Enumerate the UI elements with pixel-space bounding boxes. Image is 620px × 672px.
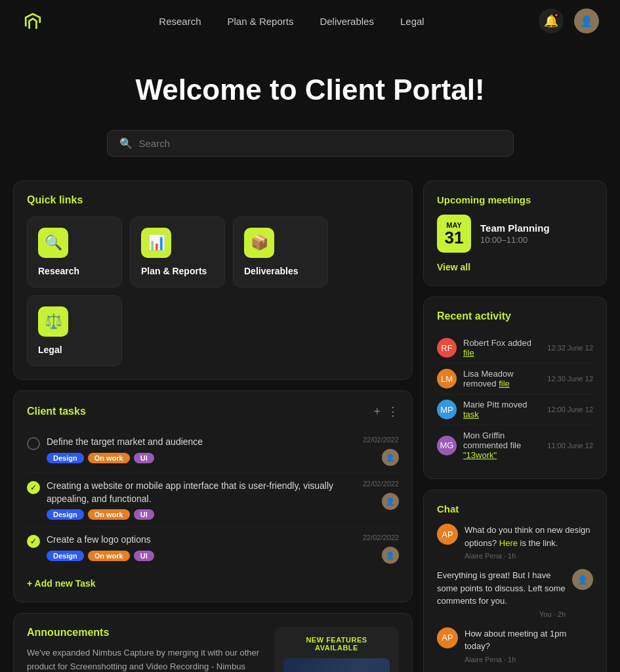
recent-activity-card: Recent activity RF Robert Fox added file… <box>423 297 607 479</box>
chat-card: Chat AP What do you think on new design … <box>423 490 607 672</box>
hero-title: Welcome to Client Portal! <box>13 74 607 106</box>
task-menu-button[interactable]: ⋮ <box>387 404 399 419</box>
task-avatar-3: 👤 <box>382 547 399 564</box>
chat-link-1[interactable]: Here <box>499 538 518 548</box>
add-task-button[interactable]: + Add new Task <box>27 578 96 589</box>
task-text-2: Creating a website or mobile app interfa… <box>47 480 356 505</box>
chat-meta-3: Alaire Pena · 1h <box>465 656 593 663</box>
announcements-left: Announcements We've expanded Nimbus Capt… <box>27 627 261 672</box>
task-body-2: Creating a website or mobile app interfa… <box>47 480 356 520</box>
quick-links-title: Quick links <box>27 194 399 206</box>
tag-design-3: Design <box>47 551 84 561</box>
activity-link-2[interactable]: file <box>499 379 510 388</box>
meeting-date-box: May 31 <box>437 215 471 253</box>
user-avatar-button[interactable]: 👤 <box>574 9 599 33</box>
upcoming-meetings-card: Upcoming meetings May 31 Team Planning 1… <box>423 180 607 286</box>
recent-activity-title: Recent activity <box>437 310 593 322</box>
announcements-title: Announcements <box>27 627 261 639</box>
meeting-item: May 31 Team Planning 10:00–11:00 <box>437 215 593 253</box>
quick-link-plan-reports-label: Plan & Reports <box>141 266 207 276</box>
activity-link-4[interactable]: "13work" <box>463 450 497 460</box>
feature-preview: ▶ <box>283 658 390 672</box>
quick-link-plan-reports[interactable]: 📊 Plan & Reports <box>130 217 225 287</box>
task-date-2: 22/02/2022 <box>363 480 399 488</box>
chat-text-1: What do you think on new design options?… <box>465 524 593 549</box>
chat-text-3: How about meeting at 1pm today? <box>465 627 593 653</box>
activity-item-4: MG Mon Griffin commented file "13work" 1… <box>437 425 593 465</box>
tag-design-2: Design <box>47 509 84 520</box>
chat-text-2: Everything is great! But I have some poi… <box>437 569 566 608</box>
search-icon: 🔍 <box>119 137 133 150</box>
navbar: Research Plan & Reports Deliverables Leg… <box>0 0 620 42</box>
upcoming-meetings-title: Upcoming meetings <box>437 194 593 205</box>
chat-message-1: AP What do you think on new design optio… <box>437 524 593 560</box>
logo[interactable] <box>21 9 45 33</box>
quick-link-legal[interactable]: ⚖️ Legal <box>27 295 122 366</box>
left-column: Quick links 🔍 Research 📊 Plan & Reports … <box>13 180 413 672</box>
hero-section: Welcome to Client Portal! <box>0 42 620 130</box>
announcements-card: Announcements We've expanded Nimbus Capt… <box>13 613 413 672</box>
tag-ui-2: UI <box>134 509 154 520</box>
announcements-text-1: We've expanded Nimbus Capture by merging… <box>27 646 261 672</box>
activity-text-4: Mon Griffin commented file "13work" <box>463 430 541 460</box>
meeting-time: 10:00–11:00 <box>480 235 593 245</box>
right-column: Upcoming meetings May 31 Team Planning 1… <box>423 180 607 672</box>
chat-message-3: AP How about meeting at 1pm today? Alair… <box>437 627 593 663</box>
tag-onwork: On work <box>88 453 130 463</box>
task-checkbox-3[interactable]: ✓ <box>27 535 40 548</box>
activity-link-1[interactable]: file <box>463 348 474 358</box>
task-checkbox-1[interactable] <box>27 437 40 450</box>
nav-legal[interactable]: Legal <box>400 16 424 27</box>
activity-text-3: Marie Pitt moved task <box>463 400 541 419</box>
quick-link-deliverables[interactable]: 📦 Deliverables <box>233 217 328 287</box>
task-item-2: ✓ Creating a website or mobile app inter… <box>27 473 399 527</box>
activity-item-1: RF Robert Fox added file 12:32 June 12 <box>437 333 593 364</box>
tag-onwork-2: On work <box>88 509 130 520</box>
activity-avatar-4: MG <box>437 436 457 455</box>
quick-link-research[interactable]: 🔍 Research <box>27 217 122 287</box>
activity-avatar-3: MP <box>437 400 457 419</box>
task-item-3: ✓ Create a few logo options Design On wo… <box>27 527 399 570</box>
nav-research[interactable]: Research <box>159 16 201 27</box>
activity-avatar-2: LM <box>437 369 457 388</box>
upcoming-view-all[interactable]: View all <box>437 262 593 272</box>
search-container: 🔍 <box>0 130 620 157</box>
quick-link-legal-label: Legal <box>38 345 62 355</box>
tag-design: Design <box>47 453 84 463</box>
main-content: Quick links 🔍 Research 📊 Plan & Reports … <box>0 180 620 672</box>
task-tags-1: Design On work UI <box>47 453 356 463</box>
task-tags-2: Design On work UI <box>47 509 356 520</box>
meeting-name: Team Planning <box>480 222 593 234</box>
search-input[interactable] <box>139 138 501 149</box>
nav-right: 🔔 👤 <box>539 9 599 33</box>
tag-ui-3: UI <box>134 551 154 561</box>
chat-bubble-3: How about meeting at 1pm today? Alaire P… <box>465 627 593 663</box>
task-meta-3: 22/02/2022 👤 <box>363 534 399 564</box>
chat-bubble-1: What do you think on new design options?… <box>465 524 593 560</box>
activity-link-3[interactable]: task <box>463 410 479 419</box>
task-text-3: Create a few logo options <box>47 534 356 547</box>
deliverables-icon: 📦 <box>244 228 274 258</box>
client-tasks-card: Client tasks + ⋮ Define the target marke… <box>13 390 413 602</box>
announcements-right: NEW FEATURES AVAILABLE ▶ Try it out <box>274 627 399 672</box>
quick-link-research-label: Research <box>38 266 79 276</box>
new-features-label: NEW FEATURES AVAILABLE <box>283 636 390 652</box>
plan-reports-icon: 📊 <box>141 228 171 258</box>
nav-deliverables[interactable]: Deliverables <box>320 16 374 27</box>
chat-avatar-2: 👤 <box>572 569 593 590</box>
nav-plan-reports[interactable]: Plan & Reports <box>228 16 294 27</box>
task-checkbox-2[interactable]: ✓ <box>27 481 40 494</box>
activity-time-2: 12:30 June 12 <box>547 375 593 383</box>
activity-time-4: 11:00 June 12 <box>547 442 593 450</box>
task-body-3: Create a few logo options Design On work… <box>47 534 356 561</box>
task-avatar-1: 👤 <box>382 449 399 466</box>
activity-time-3: 12:00 June 12 <box>547 406 593 413</box>
activity-item-2: LM Lisa Meadow removed file 12:30 June 1… <box>437 364 593 394</box>
add-task-icon-button[interactable]: + <box>373 405 381 419</box>
activity-avatar-1: RF <box>437 338 457 358</box>
task-body-1: Define the target market and audience De… <box>47 436 356 463</box>
notifications-button[interactable]: 🔔 <box>539 9 564 33</box>
client-tasks-title: Client tasks <box>27 406 86 417</box>
task-date-1: 22/02/2022 <box>363 436 399 444</box>
chat-title: Chat <box>437 503 593 514</box>
